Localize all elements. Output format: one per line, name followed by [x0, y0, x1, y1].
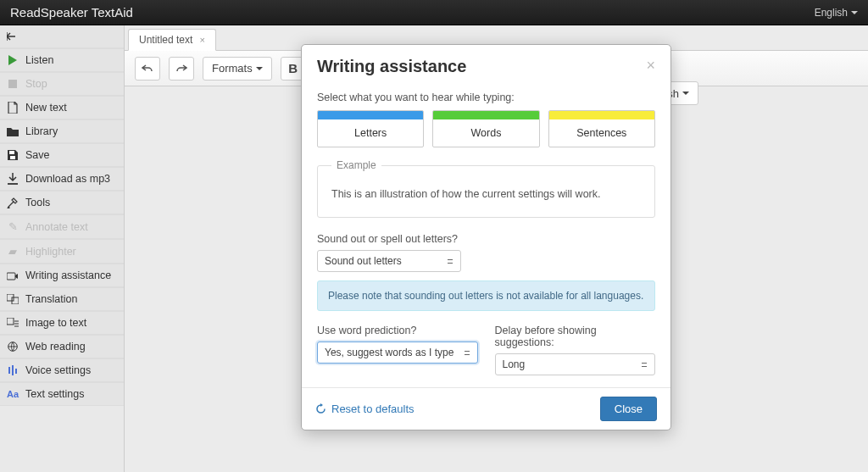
option-words[interactable]: Words — [432, 110, 539, 147]
writing-assistance-modal: Writing assistance × Select what you wan… — [301, 44, 671, 430]
sidebar-item-label: Web reading — [25, 341, 86, 353]
example-box: Example This is an illustration of how t… — [317, 159, 655, 218]
hear-while-typing-group: Letters Words Sentences — [317, 110, 655, 147]
refresh-icon — [315, 403, 326, 414]
modal-title: Writing assistance — [317, 57, 466, 76]
svg-rect-0 — [8, 80, 17, 88]
stop-icon — [7, 80, 19, 88]
sidebar-item-label: Stop — [25, 78, 47, 90]
sidebar-item-label: Tools — [25, 197, 50, 208]
globe-icon — [7, 342, 19, 352]
sound-out-label: Sound out or spell out letters? — [317, 233, 655, 245]
sidebar-item-tools[interactable]: Tools — [0, 191, 124, 214]
sidebar-item-save[interactable]: Save — [0, 143, 124, 167]
redo-button[interactable] — [169, 57, 194, 81]
modal-header: Writing assistance × — [302, 45, 670, 81]
close-label: Close — [615, 403, 643, 415]
select-value: Yes, suggest words as I type — [325, 347, 453, 358]
sidebar-item-highlighter: ▰ Highlighter — [0, 239, 124, 264]
document-icon — [7, 102, 19, 114]
example-legend: Example — [331, 159, 381, 171]
sidebar-item-library[interactable]: Library — [0, 119, 124, 143]
sidebar-item-label: Library — [25, 125, 58, 137]
sidebar-item-label: Writing assistance — [25, 269, 111, 281]
svg-rect-1 — [9, 151, 14, 154]
translation-icon — [7, 294, 19, 304]
svg-rect-9 — [12, 365, 14, 375]
chevron-down-icon — [682, 92, 689, 95]
svg-rect-3 — [7, 273, 15, 280]
sidebar-item-download-mp3[interactable]: Download as mp3 — [0, 167, 124, 191]
sidebar-item-label: Text settings — [25, 388, 84, 400]
save-icon — [7, 150, 19, 160]
info-notice: Please note that sounding out letters is… — [317, 280, 655, 311]
example-text: This is an illustration of how the curre… — [331, 188, 641, 200]
color-bar-blue — [318, 111, 423, 119]
close-icon[interactable]: × — [646, 57, 655, 75]
reset-defaults-link[interactable]: Reset to defaults — [315, 403, 415, 415]
undo-button[interactable] — [135, 57, 160, 81]
topbar: ReadSpeaker TextAid English — [0, 0, 868, 25]
svg-rect-8 — [8, 367, 10, 374]
language-selector[interactable]: English — [815, 7, 858, 19]
sidebar-item-label: Annotate text — [25, 221, 88, 233]
chevron-down-icon — [256, 67, 263, 70]
sidebar-item-label: Image to text — [25, 317, 86, 329]
word-prediction-select[interactable]: Yes, suggest words as I type — [317, 342, 478, 364]
close-icon[interactable]: × — [199, 35, 204, 45]
close-button[interactable]: Close — [600, 397, 657, 421]
select-value: Sound out letters — [325, 255, 402, 267]
sidebar-item-label: Save — [25, 149, 50, 161]
option-sentences[interactable]: Sentences — [548, 110, 655, 147]
option-letters[interactable]: Letters — [317, 110, 424, 147]
delay-label: Delay before showing suggestions: — [495, 325, 656, 348]
color-bar-yellow — [549, 111, 654, 119]
sidebar-item-annotate: ✎ Annotate text — [0, 214, 124, 239]
sound-out-select[interactable]: Sound out letters — [317, 250, 461, 272]
word-prediction-label: Use word prediction? — [317, 325, 478, 336]
color-bar-green — [433, 111, 538, 119]
annotate-icon: ✎ — [7, 220, 19, 233]
select-value: Long — [503, 358, 526, 370]
intro-label: Select what you want to hear while typin… — [317, 92, 655, 103]
collapse-icon — [7, 32, 19, 41]
reset-label: Reset to defaults — [331, 403, 415, 415]
modal-footer: Reset to defaults Close — [302, 387, 670, 430]
sidebar-item-label: Translation — [25, 293, 77, 305]
sidebar: Listen Stop New text Library Save — [0, 25, 125, 472]
download-icon — [7, 173, 19, 185]
chevron-down-icon — [851, 11, 858, 14]
sidebar-item-image-to-text[interactable]: Image to text — [0, 311, 124, 335]
sidebar-item-text-settings[interactable]: Aa Text settings — [0, 382, 124, 406]
option-label: Sentences — [549, 119, 654, 147]
text-settings-icon: Aa — [7, 389, 19, 399]
folder-icon — [7, 126, 19, 136]
sidebar-item-label: Download as mp3 — [25, 173, 110, 185]
redo-icon — [175, 63, 187, 75]
sidebar-item-label: Voice settings — [25, 364, 91, 376]
svg-rect-10 — [15, 369, 17, 374]
option-label: Letters — [318, 119, 423, 147]
sidebar-item-writing-assistance[interactable]: Writing assistance — [0, 264, 124, 287]
formats-dropdown[interactable]: Formats — [203, 57, 272, 81]
sidebar-item-listen[interactable]: Listen — [0, 48, 124, 72]
sidebar-item-translation[interactable]: Translation — [0, 287, 124, 311]
bold-label: B — [288, 61, 298, 75]
formats-label: Formats — [212, 62, 253, 75]
undo-icon — [142, 63, 153, 75]
sidebar-item-new-text[interactable]: New text — [0, 96, 124, 119]
tools-icon — [7, 197, 19, 208]
delay-select[interactable]: Long — [495, 353, 656, 375]
svg-rect-6 — [7, 318, 14, 325]
image-to-text-icon — [7, 318, 19, 328]
modal-body: Select what you want to hear while typin… — [302, 81, 670, 387]
app-brand: ReadSpeaker TextAid — [10, 5, 133, 19]
collapse-sidebar-button[interactable] — [0, 25, 124, 48]
highlighter-icon: ▰ — [7, 245, 19, 258]
voice-settings-icon — [7, 365, 19, 375]
sidebar-item-voice-settings[interactable]: Voice settings — [0, 358, 124, 382]
sound-out-row: Sound out or spell out letters? Sound ou… — [317, 233, 655, 272]
sidebar-item-web-reading[interactable]: Web reading — [0, 335, 124, 358]
sidebar-item-stop: Stop — [0, 72, 124, 96]
document-tab[interactable]: Untitled text × — [128, 29, 216, 51]
